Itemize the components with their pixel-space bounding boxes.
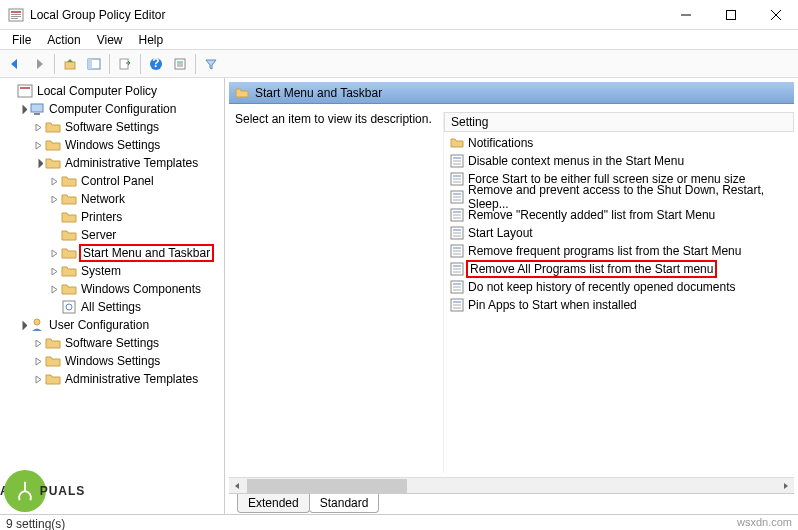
tree-user-admin-templates[interactable]: Administrative Templates xyxy=(0,370,224,388)
settings-sheet-icon xyxy=(61,299,77,315)
back-button[interactable] xyxy=(4,53,26,75)
tree-user-windows-settings[interactable]: Windows Settings xyxy=(0,352,224,370)
list-item[interactable]: Pin Apps to Start when installed xyxy=(444,296,794,314)
tree-printers[interactable]: Printers xyxy=(0,208,224,226)
chevron-down-icon[interactable] xyxy=(16,103,28,115)
column-setting[interactable]: Setting xyxy=(444,112,794,132)
tree-label: Software Settings xyxy=(65,336,159,350)
detail-body: Select an item to view its description. … xyxy=(225,104,798,477)
tree-system[interactable]: System xyxy=(0,262,224,280)
list-item[interactable]: Disable context menus in the Start Menu xyxy=(444,152,794,170)
folder-icon xyxy=(45,335,61,351)
tree-control-panel[interactable]: Control Panel xyxy=(0,172,224,190)
svg-rect-3 xyxy=(11,16,21,17)
minimize-button[interactable] xyxy=(663,0,708,29)
detail-list[interactable]: Setting Notifications Disable context me… xyxy=(444,112,794,473)
scroll-left-icon[interactable] xyxy=(229,478,245,494)
chevron-right-icon[interactable] xyxy=(32,373,44,385)
svg-rect-1 xyxy=(11,11,21,13)
list-item[interactable]: Remove and prevent access to the Shut Do… xyxy=(444,188,794,206)
computer-icon xyxy=(29,101,45,117)
toolbar-sep xyxy=(109,54,110,74)
setting-icon xyxy=(450,226,464,240)
folder-icon xyxy=(61,245,77,261)
chevron-right-icon[interactable] xyxy=(32,121,44,133)
tree-pane[interactable]: Local Computer Policy Computer Configura… xyxy=(0,78,225,514)
tree-windows-components[interactable]: Windows Components xyxy=(0,280,224,298)
tree-server[interactable]: Server xyxy=(0,226,224,244)
tree-label: System xyxy=(81,264,121,278)
expand-blank xyxy=(48,229,60,241)
properties-button[interactable] xyxy=(169,53,191,75)
menu-action[interactable]: Action xyxy=(39,31,88,49)
tree-network[interactable]: Network xyxy=(0,190,224,208)
chevron-right-icon[interactable] xyxy=(48,175,60,187)
menu-help[interactable]: Help xyxy=(131,31,172,49)
setting-icon xyxy=(450,298,464,312)
chevron-right-icon[interactable] xyxy=(48,193,60,205)
window-controls xyxy=(663,0,798,29)
menu-file[interactable]: File xyxy=(4,31,39,49)
tree-start-menu-taskbar[interactable]: Start Menu and Taskbar xyxy=(0,244,224,262)
filter-button[interactable] xyxy=(200,53,222,75)
list-item-remove-all-programs[interactable]: Remove All Programs list from the Start … xyxy=(444,260,794,278)
list-item[interactable]: Notifications xyxy=(444,134,794,152)
list-item[interactable]: Remove frequent programs list from the S… xyxy=(444,242,794,260)
expand-blank xyxy=(48,301,60,313)
expand-blank xyxy=(48,211,60,223)
tree-computer-configuration[interactable]: Computer Configuration xyxy=(0,100,224,118)
chevron-right-icon[interactable] xyxy=(48,283,60,295)
svg-rect-12 xyxy=(120,59,128,69)
chevron-down-icon[interactable] xyxy=(4,85,16,97)
setting-icon xyxy=(450,262,464,276)
show-hide-tree-button[interactable] xyxy=(83,53,105,75)
tree-user-configuration[interactable]: User Configuration xyxy=(0,316,224,334)
detail-header-label: Start Menu and Taskbar xyxy=(255,86,382,100)
scroll-thumb[interactable] xyxy=(247,479,407,493)
list-item[interactable]: Start Layout xyxy=(444,224,794,242)
list-label: Disable context menus in the Start Menu xyxy=(468,154,684,168)
scroll-right-icon[interactable] xyxy=(778,478,794,494)
folder-icon xyxy=(235,86,249,100)
tree-label: Network xyxy=(81,192,125,206)
tree-label: Windows Components xyxy=(81,282,201,296)
help-button[interactable]: ? xyxy=(145,53,167,75)
export-button[interactable] xyxy=(114,53,136,75)
svg-rect-11 xyxy=(88,59,92,69)
close-button[interactable] xyxy=(753,0,798,29)
toolbar-sep xyxy=(140,54,141,74)
tree-label: Software Settings xyxy=(65,120,159,134)
tree-windows-settings[interactable]: Windows Settings xyxy=(0,136,224,154)
chevron-right-icon[interactable] xyxy=(32,355,44,367)
tab-standard[interactable]: Standard xyxy=(309,494,380,513)
tree-user-software-settings[interactable]: Software Settings xyxy=(0,334,224,352)
forward-button[interactable] xyxy=(28,53,50,75)
chevron-down-icon[interactable] xyxy=(32,157,44,169)
chevron-right-icon[interactable] xyxy=(48,247,60,259)
detail-description: Select an item to view its description. xyxy=(229,112,444,473)
chevron-right-icon[interactable] xyxy=(32,337,44,349)
maximize-button[interactable] xyxy=(708,0,753,29)
tree-label: Start Menu and Taskbar xyxy=(79,244,214,262)
horizontal-scrollbar[interactable] xyxy=(229,477,794,493)
tree-label: Printers xyxy=(81,210,122,224)
tree-all-settings[interactable]: All Settings xyxy=(0,298,224,316)
up-button[interactable] xyxy=(59,53,81,75)
tree-admin-templates[interactable]: Administrative Templates xyxy=(0,154,224,172)
tree-root[interactable]: Local Computer Policy xyxy=(0,82,224,100)
tree-label: Administrative Templates xyxy=(65,372,198,386)
chevron-right-icon[interactable] xyxy=(32,139,44,151)
list-label: Pin Apps to Start when installed xyxy=(468,298,637,312)
menu-view[interactable]: View xyxy=(89,31,131,49)
chevron-down-icon[interactable] xyxy=(16,319,28,331)
tab-extended[interactable]: Extended xyxy=(237,494,310,513)
user-icon xyxy=(29,317,45,333)
list-item[interactable]: Do not keep history of recently opened d… xyxy=(444,278,794,296)
status-text: 9 setting(s) xyxy=(6,517,65,530)
tree-label: Local Computer Policy xyxy=(37,84,157,98)
chevron-right-icon[interactable] xyxy=(48,265,60,277)
tree-software-settings[interactable]: Software Settings xyxy=(0,118,224,136)
brand-puals: PUALS xyxy=(40,484,86,498)
detail-tabs: Extended Standard xyxy=(229,493,794,514)
detail-header: Start Menu and Taskbar xyxy=(229,82,794,104)
